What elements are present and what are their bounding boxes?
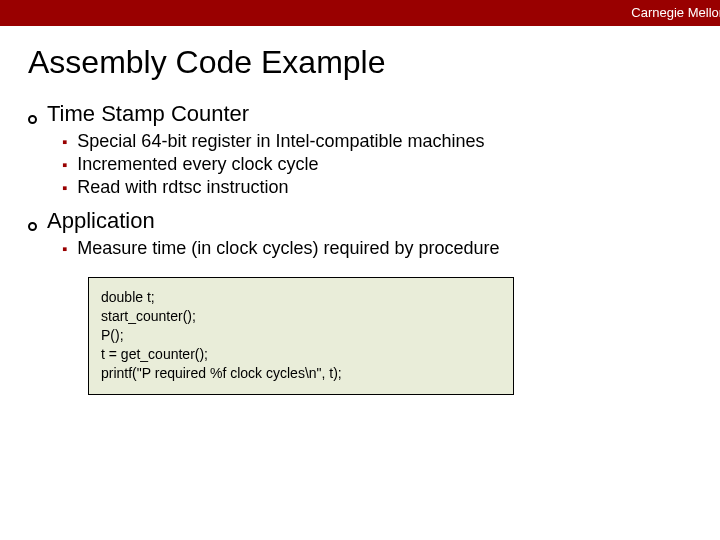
ring-bullet-icon [28,115,37,124]
slide-title: Assembly Code Example [28,44,720,81]
sub-item-text: Read with rdtsc instruction [77,177,288,198]
banner-org: Carnegie Mellon [631,5,720,20]
sub-item-text: Special 64-bit register in Intel-compati… [77,131,484,152]
section-sublist: ▪ Measure time (in clock cycles) require… [62,238,720,259]
sub-item: ▪ Incremented every clock cycle [62,154,720,175]
square-bullet-icon: ▪ [62,241,67,256]
sub-item: ▪ Special 64-bit register in Intel-compa… [62,131,720,152]
banner: Carnegie Mellon [0,0,720,26]
sub-item: ▪ Read with rdtsc instruction [62,177,720,198]
square-bullet-icon: ▪ [62,134,67,149]
section-heading-row: Application [28,208,720,234]
section-sublist: ▪ Special 64-bit register in Intel-compa… [62,131,720,198]
code-block: double t; start_counter(); P(); t = get_… [88,277,514,395]
sub-item-text: Measure time (in clock cycles) required … [77,238,499,259]
square-bullet-icon: ▪ [62,180,67,195]
sub-item: ▪ Measure time (in clock cycles) require… [62,238,720,259]
slide-content: Time Stamp Counter ▪ Special 64-bit regi… [28,101,720,395]
ring-bullet-icon [28,222,37,231]
section-heading-row: Time Stamp Counter [28,101,720,127]
sub-item-text: Incremented every clock cycle [77,154,318,175]
section-heading: Time Stamp Counter [47,101,249,127]
section-heading: Application [47,208,155,234]
square-bullet-icon: ▪ [62,157,67,172]
